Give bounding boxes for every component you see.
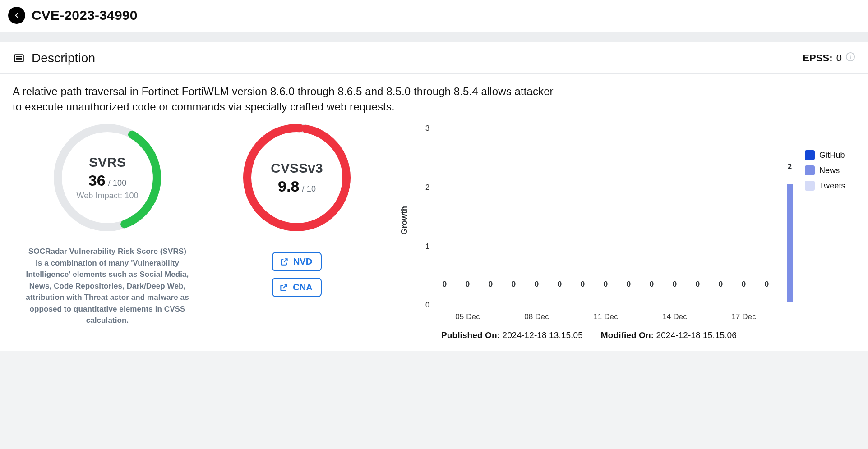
chart-legend: GitHubNewsTweets: [801, 121, 855, 320]
y-tick-label: 3: [425, 124, 429, 133]
cvss-panel: CVSSv3 9.8 / 10 NVD CNA: [202, 121, 392, 297]
modified-value: 2024-12-18 15:15:06: [656, 330, 737, 340]
divider-strip: [0, 32, 868, 42]
info-icon[interactable]: [845, 52, 855, 64]
external-link-icon: [279, 283, 288, 292]
chart-meta: Published On: 2024-12-18 13:15:05 Modifi…: [392, 320, 855, 340]
bar-value-label: 0: [650, 280, 654, 291]
bar-value-label: 0: [673, 280, 677, 291]
published-value: 2024-12-18 13:15:05: [502, 330, 582, 340]
section-header: Description EPSS: 0: [0, 42, 868, 74]
svrs-score: 36: [88, 172, 106, 189]
legend-swatch: [805, 181, 815, 191]
x-tick-label: 14 Dec: [662, 312, 687, 321]
external-link-icon: [280, 257, 289, 266]
legend-item[interactable]: News: [805, 165, 855, 175]
chart-y-label: Growth: [400, 206, 409, 235]
bar-value-label: 0: [443, 280, 447, 291]
cvss-denom: / 10: [302, 184, 316, 194]
bar-value-label: 0: [489, 280, 493, 291]
epss-value: 0: [836, 52, 842, 64]
growth-chart: 0123000000000000000205 Dec08 Dec11 Dec14…: [417, 121, 801, 320]
svrs-panel: SVRS 36 / 100 Web Impact: 100 SOCRadar V…: [13, 121, 202, 326]
nvd-link-button[interactable]: NVD: [272, 252, 322, 271]
bar-value-label: 0: [765, 280, 769, 291]
bar-value-label: 0: [742, 280, 746, 291]
legend-label: Tweets: [819, 181, 845, 191]
legend-item[interactable]: Tweets: [805, 181, 855, 191]
cna-link-label: CNA: [293, 282, 312, 293]
published-label: Published On:: [441, 330, 500, 340]
epss-label: EPSS:: [803, 52, 833, 64]
x-tick-label: 08 Dec: [524, 312, 549, 321]
bar-value-label: 0: [558, 280, 562, 291]
growth-chart-panel: Growth 0123000000000000000205 Dec08 Dec1…: [392, 121, 855, 340]
svg-point-5: [850, 55, 851, 55]
x-tick-label: 11 Dec: [593, 312, 618, 321]
bar-value-label: 0: [604, 280, 608, 291]
svrs-sub: Web Impact: 100: [76, 191, 138, 201]
legend-label: GitHub: [819, 151, 845, 160]
svg-rect-6: [850, 56, 851, 59]
plot-area: 0000000000000002: [433, 125, 801, 302]
bar-value-label: 0: [627, 280, 631, 291]
svrs-note: SOCRadar Vulnerability Risk Score (SVRS)…: [22, 242, 193, 326]
modified-label: Modified On:: [601, 330, 654, 340]
x-axis: 05 Dec08 Dec11 Dec14 Dec17 Dec: [433, 302, 801, 320]
back-button[interactable]: [8, 7, 25, 24]
svrs-title: SVRS: [89, 155, 126, 170]
svrs-gauge: SVRS 36 / 100 Web Impact: 100: [40, 121, 175, 234]
legend-swatch: [805, 150, 815, 160]
nvd-link-label: NVD: [293, 257, 312, 267]
legend-item[interactable]: GitHub: [805, 150, 855, 160]
cve-title: CVE-2023-34990: [32, 8, 138, 23]
section-title: Description: [32, 51, 95, 65]
bar-value-label: 0: [535, 280, 539, 291]
description-section: Description EPSS: 0 A relative path trav…: [0, 42, 868, 351]
bar-value-label: 0: [581, 280, 585, 291]
bar-value-label: 0: [696, 280, 700, 291]
topbar: CVE-2023-34990: [0, 0, 868, 32]
legend-label: News: [819, 166, 840, 175]
bar[interactable]: [787, 184, 793, 302]
arrow-left-icon: [13, 11, 21, 19]
cvss-score: 9.8: [278, 178, 300, 195]
legend-swatch: [805, 165, 815, 175]
svrs-denom: / 100: [108, 179, 127, 188]
description-text: A relative path traversal in Fortinet Fo…: [0, 74, 568, 119]
cna-link-button[interactable]: CNA: [272, 278, 322, 297]
cvss-title: CVSSv3: [271, 160, 323, 176]
bar-value-label: 2: [788, 162, 792, 173]
bar-value-label: 0: [466, 280, 470, 291]
cvss-gauge: CVSSv3 9.8 / 10: [229, 121, 365, 234]
epss-indicator: EPSS: 0: [803, 52, 855, 64]
x-tick-label: 05 Dec: [455, 312, 480, 321]
y-tick-label: 0: [425, 301, 429, 309]
x-tick-label: 17 Dec: [731, 312, 756, 321]
list-icon: [13, 52, 25, 64]
bar-value-label: 0: [512, 280, 516, 291]
bar-value-label: 0: [719, 280, 723, 291]
